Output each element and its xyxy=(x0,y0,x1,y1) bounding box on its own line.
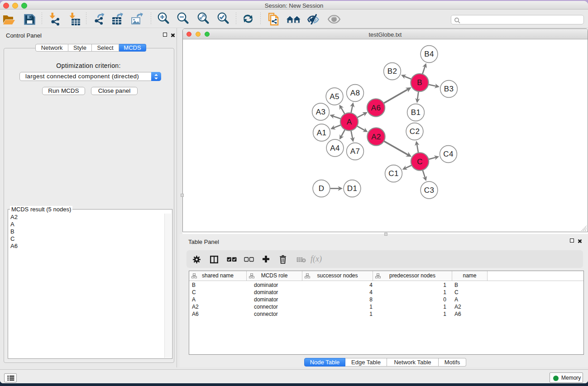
svg-text:B3: B3 xyxy=(444,85,454,93)
svg-text:A6: A6 xyxy=(371,104,381,112)
svg-text:B2: B2 xyxy=(387,67,397,76)
svg-text:D: D xyxy=(319,184,325,193)
svg-text:A2: A2 xyxy=(371,133,381,141)
svg-text:B: B xyxy=(417,78,422,87)
svg-text:A4: A4 xyxy=(330,144,339,152)
svg-text:B1: B1 xyxy=(411,108,421,117)
svg-text:C: C xyxy=(417,157,423,166)
svg-text:C3: C3 xyxy=(424,186,434,195)
svg-text:C2: C2 xyxy=(410,127,420,136)
svg-text:B4: B4 xyxy=(424,50,434,58)
svg-text:A: A xyxy=(347,118,352,126)
svg-text:A1: A1 xyxy=(317,129,326,137)
svg-text:C1: C1 xyxy=(388,169,398,178)
svg-text:A3: A3 xyxy=(316,108,325,116)
svg-text:A5: A5 xyxy=(330,92,339,101)
svg-text:A8: A8 xyxy=(350,89,360,97)
svg-text:A7: A7 xyxy=(350,147,360,156)
svg-text:D1: D1 xyxy=(347,184,357,193)
svg-text:C4: C4 xyxy=(443,150,453,158)
